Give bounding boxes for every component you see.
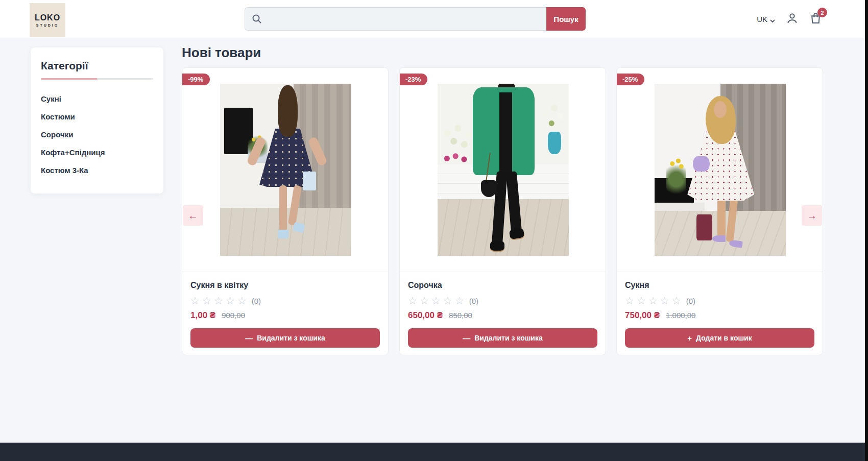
star-icon: ☆ xyxy=(226,296,235,306)
plus-icon: + xyxy=(687,334,692,343)
header: LOKO STUDIO Пошук UK xyxy=(0,0,868,38)
carousel-next-button[interactable]: → xyxy=(802,205,822,226)
star-icon: ☆ xyxy=(190,296,200,306)
search-bar: Пошук xyxy=(245,7,586,31)
product-info: Сорочка ☆ ☆ ☆ ☆ ☆ (0) 650,00 ₴ 850,00 — … xyxy=(400,272,606,356)
footer xyxy=(0,443,868,461)
product-name[interactable]: Сукня xyxy=(625,281,814,290)
carousel-prev-button[interactable]: ← xyxy=(183,205,203,226)
star-icon: ☆ xyxy=(660,296,669,306)
remove-from-cart-button[interactable]: — Видалити з кошика xyxy=(408,328,597,348)
sidebar-item-suit-3pc[interactable]: Костюм 3-Ка xyxy=(41,161,153,179)
discount-badge: -99% xyxy=(182,74,210,85)
rating: ☆ ☆ ☆ ☆ ☆ (0) xyxy=(625,296,814,306)
rating: ☆ ☆ ☆ ☆ ☆ (0) xyxy=(408,296,597,306)
rating: ☆ ☆ ☆ ☆ ☆ (0) xyxy=(190,296,380,306)
star-icon: ☆ xyxy=(420,296,429,306)
star-icon: ☆ xyxy=(443,296,452,306)
price-row: 1,00 ₴ 900,00 xyxy=(190,310,380,321)
current-price: 750,00 ₴ xyxy=(625,310,660,321)
logo-subtext: STUDIO xyxy=(36,23,59,27)
product-info: Сукня ☆ ☆ ☆ ☆ ☆ (0) 750,00 ₴ 1.000,00 + … xyxy=(617,272,823,356)
product-image[interactable] xyxy=(655,84,786,256)
rating-count: (0) xyxy=(686,297,695,305)
product-media: -23% xyxy=(400,68,606,272)
old-price: 850,00 xyxy=(449,311,472,320)
star-icon: ☆ xyxy=(408,296,417,306)
page: LOKO STUDIO Пошук UK xyxy=(0,0,868,461)
discount-badge: -25% xyxy=(617,74,644,85)
cart-count-badge: 2 xyxy=(817,8,827,17)
categories-divider xyxy=(41,78,153,80)
price-row: 650,00 ₴ 850,00 xyxy=(408,310,597,321)
account-button[interactable] xyxy=(785,12,799,26)
star-icon: ☆ xyxy=(202,296,211,306)
product-info: Сукня в квітку ☆ ☆ ☆ ☆ ☆ (0) 1,00 ₴ 900,… xyxy=(182,272,388,356)
discount-badge: -23% xyxy=(400,74,427,85)
product-card[interactable]: -23% Сорочка ☆ ☆ ☆ ☆ ☆ (0 xyxy=(399,67,606,355)
star-icon: ☆ xyxy=(431,296,441,306)
sidebar-item-dresses[interactable]: Сукні xyxy=(41,90,153,108)
logo[interactable]: LOKO STUDIO xyxy=(30,3,65,37)
search-input[interactable] xyxy=(245,7,546,31)
logo-text: LOKO xyxy=(35,13,60,22)
current-price: 650,00 ₴ xyxy=(408,310,443,321)
cart-button[interactable]: 2 xyxy=(809,12,822,26)
button-label: Додати в кошик xyxy=(696,334,752,342)
star-icon: ☆ xyxy=(672,296,681,306)
arrow-left-icon: ← xyxy=(188,210,198,222)
page-title: Нові товари xyxy=(182,45,261,61)
button-label: Видалити з кошика xyxy=(257,334,325,342)
old-price: 1.000,00 xyxy=(666,311,695,320)
star-icon: ☆ xyxy=(455,296,464,306)
rating-count: (0) xyxy=(469,297,478,305)
product-media: -99% xyxy=(182,68,388,272)
add-to-cart-button[interactable]: + Додати в кошик xyxy=(625,328,814,348)
minus-icon: — xyxy=(245,334,253,343)
header-actions: UK 2 xyxy=(757,0,822,38)
product-card[interactable]: -99% Сукня в квітку ☆ ☆ ☆ ☆ ☆ xyxy=(182,67,389,355)
minus-icon: — xyxy=(463,334,470,343)
remove-from-cart-button[interactable]: — Видалити з кошика xyxy=(190,328,380,348)
star-icon: ☆ xyxy=(648,296,658,306)
product-card[interactable]: -25% Сукня ☆ ☆ ☆ ☆ ☆ xyxy=(616,67,823,355)
main-content: Категорії Сукні Костюми Сорочки Кофта+Сп… xyxy=(0,38,868,443)
sidebar-item-suits[interactable]: Костюми xyxy=(41,108,153,126)
product-name[interactable]: Сорочка xyxy=(408,281,597,290)
language-selector[interactable]: UK xyxy=(757,15,775,23)
user-icon xyxy=(786,12,799,27)
button-label: Видалити з кошика xyxy=(474,334,543,342)
product-name[interactable]: Сукня в квітку xyxy=(190,281,380,290)
star-icon: ☆ xyxy=(637,296,646,306)
arrow-right-icon: → xyxy=(807,210,817,222)
categories-title: Категорії xyxy=(41,60,153,72)
product-media: -25% xyxy=(617,68,823,272)
old-price: 900,00 xyxy=(222,311,245,320)
scrollbar[interactable] xyxy=(865,0,868,461)
chevron-down-icon xyxy=(770,16,775,21)
price-row: 750,00 ₴ 1.000,00 xyxy=(625,310,814,321)
sidebar-item-shirts[interactable]: Сорочки xyxy=(41,126,153,143)
star-icon: ☆ xyxy=(625,296,634,306)
categories-panel: Категорії Сукні Костюми Сорочки Кофта+Сп… xyxy=(31,47,163,193)
product-image[interactable] xyxy=(220,84,351,256)
rating-count: (0) xyxy=(252,297,261,305)
sidebar-item-top-skirt[interactable]: Кофта+Спідниця xyxy=(41,143,153,161)
star-icon: ☆ xyxy=(214,296,223,306)
search-button[interactable]: Пошук xyxy=(546,7,586,31)
star-icon: ☆ xyxy=(237,296,247,306)
language-label: UK xyxy=(757,15,767,23)
product-image[interactable] xyxy=(438,84,569,256)
current-price: 1,00 ₴ xyxy=(190,310,215,321)
